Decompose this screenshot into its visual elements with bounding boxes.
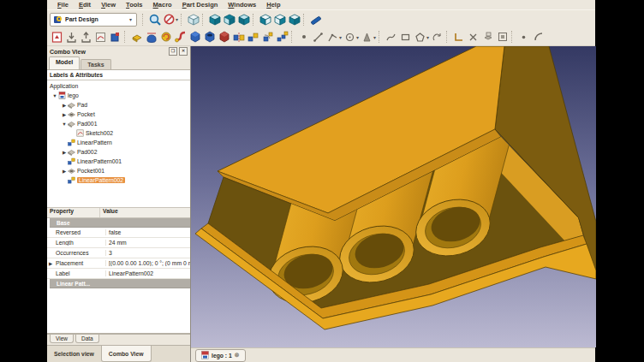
external-geometry-button[interactable] — [451, 30, 466, 45]
right-view-button[interactable] — [236, 12, 251, 27]
chevron-down-icon[interactable]: ▾ — [356, 34, 359, 40]
import-button[interactable] — [64, 30, 79, 45]
expander-closed-icon[interactable]: ▶ — [61, 103, 68, 108]
tab-model[interactable]: Model — [49, 56, 80, 69]
chevron-down-icon[interactable]: ▾ — [339, 34, 342, 40]
panel-bottom-tabs: Selection view Combo View — [47, 345, 190, 362]
tree-item-linearpattern002-selected[interactable]: LinearPattern002 — [47, 175, 190, 185]
create-datum-button[interactable] — [108, 30, 122, 45]
revolution-button[interactable] — [144, 30, 158, 45]
tree-item-pocket[interactable]: ▶ Pocket — [47, 110, 190, 119]
point-button[interactable] — [296, 30, 311, 45]
bottom-view-button[interactable] — [287, 12, 301, 27]
menu-macro[interactable]: Macro — [148, 1, 177, 9]
menu-edit[interactable]: Edit — [74, 1, 96, 9]
right-view-icon — [238, 14, 250, 26]
fit-all-icon — [149, 14, 161, 26]
tab-tasks[interactable]: Tasks — [80, 59, 110, 69]
expander-open-icon[interactable]: ▼ — [61, 122, 68, 127]
bspline-button[interactable] — [384, 30, 398, 45]
rectangle-icon — [401, 33, 410, 42]
pad-button[interactable] — [129, 30, 144, 45]
pocket-button[interactable] — [188, 30, 202, 45]
property-group-linear-pattern[interactable]: Linear Patt... — [50, 279, 190, 288]
multitransform-button[interactable] — [275, 30, 289, 45]
property-row-reversed[interactable]: Reversed false — [47, 228, 190, 238]
subtab-data[interactable]: Data — [75, 335, 99, 343]
mirrored-button[interactable] — [231, 30, 246, 45]
rectangle-button[interactable] — [398, 30, 413, 45]
validate-sketch-button[interactable] — [495, 30, 510, 45]
float-panel-button[interactable]: ❏ — [169, 47, 177, 56]
polyline-button[interactable] — [325, 30, 340, 45]
document-tab-lego[interactable]: lego : 1 ⊗ — [195, 349, 246, 362]
menu-file[interactable]: File — [52, 1, 74, 9]
tree-item-pocket001[interactable]: ▶ Pocket001 — [47, 166, 190, 175]
expander-closed-icon[interactable]: ▶ — [49, 261, 54, 266]
expander-closed-icon[interactable]: ▶ — [61, 150, 68, 155]
export-button[interactable] — [79, 30, 93, 45]
top-view-button[interactable] — [222, 12, 236, 27]
linear-pattern-button[interactable] — [246, 30, 260, 45]
tree-item-sketch002[interactable]: Sketch002 — [47, 128, 190, 138]
chevron-down-icon[interactable]: ▾ — [176, 16, 178, 22]
menu-tools[interactable]: Tools — [121, 1, 147, 9]
3d-viewport[interactable] — [191, 46, 595, 347]
view-sketch-button[interactable] — [93, 30, 108, 45]
property-group-base[interactable]: Base — [50, 218, 190, 228]
create-body-button[interactable] — [50, 30, 64, 45]
groove-button[interactable] — [217, 30, 231, 45]
tree-item-linearpattern001[interactable]: LinearPattern001 — [47, 157, 190, 166]
expander-open-icon[interactable]: ▼ — [51, 93, 58, 98]
tree-root[interactable]: Application — [47, 81, 190, 91]
line-button[interactable] — [311, 30, 325, 45]
menu-windows[interactable]: Windows — [223, 1, 261, 9]
conic-button[interactable] — [360, 30, 374, 45]
chevron-down-icon[interactable]: ▾ — [373, 34, 376, 40]
conic-icon — [362, 33, 372, 42]
groove-icon — [218, 31, 230, 43]
tab-combo-view[interactable]: Combo View — [101, 346, 152, 362]
fit-all-button[interactable] — [147, 12, 162, 27]
additive-pipe-button[interactable] — [173, 30, 188, 45]
tree-item-pad001[interactable]: ▼ Pad001 — [47, 119, 190, 128]
subtab-view[interactable]: View — [50, 335, 74, 343]
close-document-icon[interactable]: ⊗ — [235, 352, 240, 359]
tree-item-lego[interactable]: ▼ lego — [47, 91, 190, 100]
tab-selection-view[interactable]: Selection view — [47, 346, 101, 362]
expander-closed-icon[interactable]: ▶ — [61, 169, 68, 174]
workbench-selector[interactable]: Part Design ▾ — [50, 13, 137, 27]
hole-button[interactable] — [202, 30, 217, 45]
chevron-down-icon[interactable]: ▾ — [426, 34, 429, 40]
polygon-button[interactable] — [413, 30, 427, 45]
property-row-placement[interactable]: ▶Placement [(0.00 0.00 1.00); 0 °; (0 mm… — [47, 258, 190, 269]
menu-view[interactable]: View — [96, 1, 121, 9]
close-panel-button[interactable]: ✕ — [179, 47, 188, 56]
construction-point-button[interactable] — [516, 30, 531, 45]
left-view-button[interactable] — [272, 12, 287, 27]
tree-item-linearpattern[interactable]: LinearPattern — [47, 138, 190, 147]
carbon-copy-button[interactable] — [430, 30, 444, 45]
tree-item-pad[interactable]: ▶ Pad — [47, 100, 190, 110]
property-row-occurrences[interactable]: Occurrences 3 — [47, 248, 190, 258]
menu-part-design[interactable]: Part Design — [177, 1, 224, 9]
rear-view-button[interactable] — [258, 12, 272, 27]
expander-closed-icon[interactable]: ▶ — [61, 112, 68, 117]
measure-distance-button[interactable] — [308, 12, 323, 27]
axonometric-view-button[interactable] — [186, 12, 200, 27]
map-sketch-button[interactable] — [480, 30, 495, 45]
menu-help[interactable]: Help — [261, 1, 285, 9]
additive-helix-button[interactable] — [158, 30, 173, 45]
create-datum-icon — [110, 32, 121, 43]
property-row-length[interactable]: Length 24 mm — [47, 238, 190, 248]
tree-item-pad002[interactable]: ▶ Pad002 — [47, 147, 190, 157]
draw-style-button[interactable] — [162, 12, 176, 27]
property-row-label[interactable]: Label LinearPattern002 — [47, 269, 190, 279]
front-view-button[interactable] — [207, 12, 222, 27]
linear-pattern-feature-icon — [68, 176, 75, 184]
arc-button[interactable] — [531, 30, 546, 45]
circle-button[interactable] — [343, 30, 357, 45]
workbench-icon — [54, 15, 63, 24]
trim-button[interactable] — [466, 30, 480, 45]
polar-pattern-button[interactable] — [260, 30, 275, 45]
